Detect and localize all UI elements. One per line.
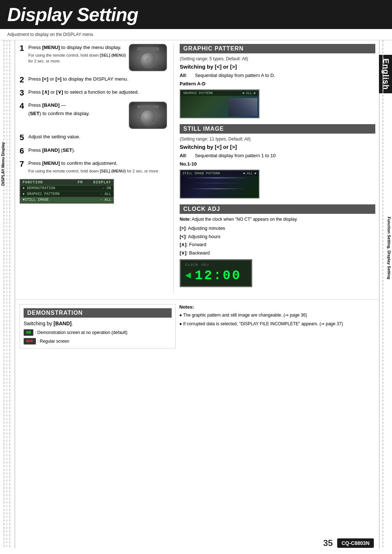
graphic-pattern-all: All: Sequential display from pattern A t… — [180, 72, 375, 79]
step-6-number: 6 — [20, 147, 28, 155]
step-5: 5 Adjust the setting value. — [20, 133, 167, 142]
right-column: GRAPHIC PATTERN (Setting range: 5 types,… — [176, 44, 379, 293]
still-image-streak-1 — [184, 178, 249, 178]
demonstration-on-badge: ON — [24, 329, 33, 336]
display-menu-label: DISPLAY Menu Display — [1, 142, 15, 186]
right-sidebar: English Function Setting, Display Settin… — [379, 40, 392, 549]
page-title: Display Setting — [7, 4, 138, 25]
demonstration-switching: Switching by [BAND]. — [24, 321, 172, 326]
column-divider — [173, 44, 174, 293]
step-7-note: For using the remote control, hold down … — [28, 168, 167, 174]
remote-control-image-2 — [129, 102, 167, 129]
bullet-2: ● — [179, 321, 183, 326]
remote-control-image-1 — [129, 44, 167, 71]
clock-label: CLOCK ADJ — [185, 263, 247, 267]
left-sidebar: DISPLAY Menu Display — [0, 40, 15, 549]
demonstration-off-desc: : Regular screen — [37, 339, 69, 344]
fd-demonstration-label: ● DEMONSTRATION — [23, 186, 71, 190]
fd-demonstration-value: - ON — [89, 186, 111, 190]
fd-graphic-fm — [71, 192, 89, 196]
bottom-section: DEMONSTRATION Switching by [BAND]. ON : … — [15, 300, 379, 349]
step-1-number: 1 — [20, 44, 28, 71]
still-image-range: (Setting range: 11 types, Default: All) — [180, 137, 375, 142]
notes-title: Notes: — [179, 304, 371, 310]
fd-still-value: - ALL — [89, 198, 111, 202]
fd-row-still: ▼STILL IMAGE - ALL — [20, 197, 113, 203]
step-2: 2 Press [<] or [>] to display the DISPLA… — [20, 76, 167, 84]
step-3: 3 Press [∧] or [∨] to select a function … — [20, 89, 167, 97]
step-1-note: For using the remote control, hold down … — [28, 53, 126, 64]
step-4: 4 Press [BAND] — (SET) to confirm the di… — [20, 102, 167, 129]
fd-col-function: FUNCTION — [23, 180, 71, 184]
notes-block: Notes: ● The graphic pattern and still i… — [176, 304, 375, 349]
clock-time: ◄ 12:00 — [185, 268, 247, 283]
fd-row-demonstration: ● DEMONSTRATION - ON — [20, 186, 113, 191]
step-5-number: 5 — [20, 133, 28, 142]
step-7-body: Press [MENU] to confirm the adjustment. … — [28, 160, 167, 175]
fd-row-graphic: ● GRAPHIC PATTERN - ALL — [20, 191, 113, 197]
demonstration-off-row: OFF : Regular screen — [24, 338, 172, 345]
sidebar-line-1 — [4, 40, 4, 549]
clock-adj-down: [∨]: Backward — [180, 249, 375, 257]
graphic-pattern-header: GRAPHIC PATTERN — [180, 44, 375, 53]
fd-still-label: ▼STILL IMAGE — [23, 198, 71, 202]
notes-item-2: ● If corrupted data is selected, "DISPLA… — [179, 321, 371, 327]
clock-adj-section: CLOCK ADJ Note: Adjust the clock when "N… — [180, 204, 375, 287]
still-image-all: All: Sequential display from pattern 1 t… — [180, 152, 375, 159]
graphic-pattern-switching: Switching by [<] or [>] — [180, 64, 375, 70]
step-3-number: 3 — [20, 89, 28, 97]
page-footer: 35 CQ-C8803N — [323, 538, 374, 548]
step-3-body: Press [∧] or [∨] to select a function to… — [28, 89, 167, 97]
still-image-no1-10: No.1-10 — [180, 160, 375, 168]
sidebar-line-2 — [7, 40, 7, 549]
still-lcd-title: STILL IMAGE PATTERN — [183, 172, 220, 175]
fd-col-fm: FM — [71, 180, 89, 184]
page-header: Display Setting — [0, 0, 392, 29]
step-1-menu-bold: [MENU] — [42, 45, 60, 50]
model-badge: CQ-C8803N — [337, 538, 374, 548]
function-setting-label: Function Setting, Display Setting — [379, 215, 392, 281]
sidebar-line-3 — [9, 40, 10, 549]
bullet-1: ● — [179, 313, 183, 318]
fd-col-display: DISPLAY — [89, 180, 111, 184]
still-lcd-bar: STILL IMAGE PATTERN ◄ ALL ► — [180, 171, 259, 176]
clock-adj-header: CLOCK ADJ — [180, 204, 375, 214]
content-area: 1 Press [MENU] to display the menu displ… — [15, 40, 379, 549]
demonstration-on-desc: : Demonstration screen at no operation (… — [35, 330, 127, 335]
clock-arrow: ◄ — [185, 270, 193, 281]
graphic-image-content — [228, 98, 257, 116]
graphic-pattern-pattern-ad: Pattern A-D — [180, 80, 375, 87]
demonstration-off-badge: OFF — [24, 338, 36, 345]
still-lcd-value: ◄ ALL ► — [243, 172, 257, 175]
demonstration-header: DEMONSTRATION — [24, 308, 172, 318]
step-2-number: 2 — [20, 76, 28, 84]
two-column-layout: 1 Press [MENU] to display the menu displ… — [15, 40, 379, 297]
function-display-table: FUNCTION FM DISPLAY ● DEMONSTRATION - ON… — [20, 179, 114, 204]
fd-still-fm — [71, 198, 89, 202]
steps-5-7-area: 5 Adjust the setting value. 6 Press [BAN… — [20, 133, 167, 175]
still-image-streak-3 — [188, 188, 246, 189]
graphic-lcd-title: GRAPHIC PATTERN — [183, 91, 213, 95]
fd-graphic-value: - ALL — [89, 192, 111, 196]
step-2-body: Press [<] or [>] to display the DISPLAY … — [28, 76, 167, 84]
clock-adj-gt: [>]: Adjusting minutes — [180, 225, 375, 232]
still-image-header: STILL IMAGE — [180, 124, 375, 134]
notes-item-1: ● The graphic pattern and still image ar… — [179, 312, 371, 318]
left-column: 1 Press [MENU] to display the menu displ… — [15, 44, 171, 293]
graphic-lcd-bar: GRAPHIC PATTERN ◄ ALL ► — [180, 91, 259, 96]
page-number: 35 — [323, 538, 333, 548]
step-4-body: Press [BAND] — (SET) to confirm the disp… — [28, 102, 167, 129]
demonstration-on-row: ON : Demonstration screen at no operatio… — [24, 329, 172, 336]
notes-item-2-text: If corrupted data is selected, "DISPLAY … — [183, 321, 343, 326]
demonstration-block: DEMONSTRATION Switching by [BAND]. ON : … — [20, 304, 176, 349]
step-7: 7 Press [MENU] to confirm the adjustment… — [20, 160, 167, 175]
notes-list: ● The graphic pattern and still image ar… — [179, 312, 371, 327]
still-image-switching: Switching by [<] or [>] — [180, 144, 375, 150]
step-7-number: 7 — [20, 160, 28, 175]
step-5-body: Adjust the setting value. — [28, 133, 167, 142]
graphic-pattern-lcd: GRAPHIC PATTERN ◄ ALL ► — [180, 89, 260, 118]
clock-adj-up: [∧]: Forward — [180, 241, 375, 248]
still-image-section: STILL IMAGE (Setting range: 11 types, De… — [180, 124, 375, 199]
clock-adj-note: Note: Adjust the clock when "NO CT" appe… — [180, 217, 375, 222]
still-image-lcd: STILL IMAGE PATTERN ◄ ALL ► — [180, 170, 260, 199]
